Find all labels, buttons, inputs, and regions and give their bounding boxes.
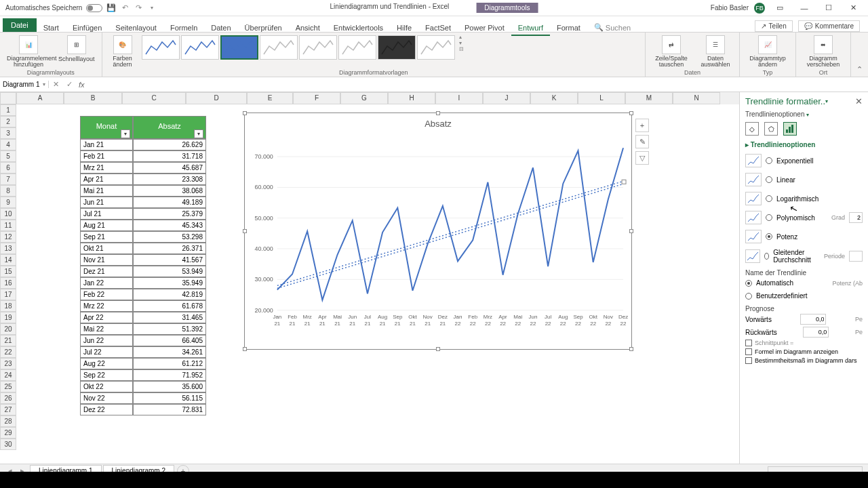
fill-line-icon[interactable]: ◇ xyxy=(745,122,759,136)
row-header-3[interactable]: 3 xyxy=(0,127,16,139)
row-header-1[interactable]: 1 xyxy=(0,104,16,116)
quick-layout-button[interactable]: ⊞ Schnelllayout xyxy=(56,34,98,64)
table-row[interactable]: Dez 2272.831 xyxy=(80,404,206,415)
spreadsheet-grid[interactable]: ABCDEFGHIJKLMN 1234567891011121314151617… xyxy=(0,92,739,464)
formula-input[interactable] xyxy=(87,77,868,92)
trend-radio-2[interactable] xyxy=(766,195,772,202)
row-header-20[interactable]: 20 xyxy=(0,323,16,335)
trend-radio-1[interactable] xyxy=(766,176,772,183)
name-custom-radio[interactable] xyxy=(745,293,752,300)
row-header-16[interactable]: 16 xyxy=(0,277,16,289)
switch-row-col-button[interactable]: ⇄ Zeile/Spalte tauschen xyxy=(650,34,693,69)
minimize-icon[interactable]: — xyxy=(795,1,814,15)
chart-style-6[interactable] xyxy=(338,35,376,60)
table-row[interactable]: Feb 2242.819 xyxy=(80,289,206,300)
row-header-22[interactable]: 22 xyxy=(0,346,16,358)
row-header-18[interactable]: 18 xyxy=(0,300,16,312)
table-row[interactable]: Okt 2235.600 xyxy=(80,381,206,392)
cancel-formula-icon[interactable]: ✕ xyxy=(49,80,62,89)
table-row[interactable]: Mai 2138.068 xyxy=(80,185,206,197)
row-header-12[interactable]: 12 xyxy=(0,231,16,243)
row-header-19[interactable]: 19 xyxy=(0,312,16,323)
trend-extra-input[interactable] xyxy=(849,212,863,223)
enter-formula-icon[interactable]: ✓ xyxy=(62,80,76,89)
trend-extra-input[interactable] xyxy=(849,251,863,262)
undo-icon[interactable]: ↶ xyxy=(120,3,130,13)
table-row[interactable]: Dez 2153.949 xyxy=(80,266,206,277)
table-header-sales[interactable]: Absatz xyxy=(133,116,206,139)
effects-icon[interactable]: ⬠ xyxy=(764,122,778,136)
col-header-I[interactable]: I xyxy=(435,92,483,104)
col-header-K[interactable]: K xyxy=(530,92,578,104)
search-icon[interactable]: 🔍 xyxy=(594,23,604,32)
table-row[interactable]: Apr 2123.308 xyxy=(80,174,206,185)
autosave-toggle[interactable] xyxy=(86,4,102,12)
col-header-H[interactable]: H xyxy=(388,92,435,104)
move-chart-button[interactable]: ⬌ Diagramm verschieben xyxy=(800,34,846,69)
change-chart-type-button[interactable]: 📈 Diagrammtyp ändern xyxy=(744,34,791,69)
table-row[interactable]: Feb 2131.718 xyxy=(80,150,206,162)
table-row[interactable]: Nov 2141.567 xyxy=(80,254,206,266)
share-button[interactable]: ↗ Teilen xyxy=(755,20,793,32)
table-row[interactable]: Sep 2153.298 xyxy=(80,231,206,243)
collapse-ribbon-icon[interactable]: ⌃ xyxy=(851,62,868,77)
table-row[interactable]: Nov 2256.115 xyxy=(80,392,206,404)
maximize-icon[interactable]: ☐ xyxy=(819,1,838,15)
row-header-7[interactable]: 7 xyxy=(0,174,16,185)
row-header-11[interactable]: 11 xyxy=(0,220,16,231)
row-header-5[interactable]: 5 xyxy=(0,150,16,162)
table-row[interactable]: Okt 2126.371 xyxy=(80,243,206,254)
row-header-26[interactable]: 26 xyxy=(0,392,16,404)
redo-icon[interactable]: ↷ xyxy=(134,3,143,13)
col-header-D[interactable]: D xyxy=(186,92,247,104)
comments-button[interactable]: 💬 Kommentare xyxy=(798,20,860,32)
pane-subtitle[interactable]: Trendlinienoptionen xyxy=(745,110,804,118)
select-data-button[interactable]: ☰ Daten auswählen xyxy=(696,34,735,69)
table-row[interactable]: Jun 2266.405 xyxy=(80,335,206,346)
row-header-10[interactable]: 10 xyxy=(0,208,16,220)
show-r2-checkbox[interactable] xyxy=(745,357,752,364)
chart-style-5[interactable] xyxy=(299,35,337,60)
col-header-A[interactable]: A xyxy=(16,92,64,104)
row-header-29[interactable]: 29 xyxy=(0,427,16,439)
row-header-2[interactable]: 2 xyxy=(0,116,16,127)
row-header-14[interactable]: 14 xyxy=(0,254,16,266)
table-row[interactable]: Mrz 2145.687 xyxy=(80,162,206,174)
backward-input[interactable] xyxy=(803,327,829,338)
chart-title[interactable]: Absatz xyxy=(245,113,631,134)
row-header-15[interactable]: 15 xyxy=(0,266,16,277)
trend-radio-3[interactable] xyxy=(766,214,772,221)
table-row[interactable]: Mrz 2261.678 xyxy=(80,300,206,312)
user-avatar[interactable]: FB xyxy=(754,3,765,14)
fx-icon[interactable]: fx xyxy=(76,81,87,89)
chart-elements-button[interactable]: + xyxy=(635,119,649,132)
chart-style-4[interactable] xyxy=(260,35,298,60)
row-header-4[interactable]: 4 xyxy=(0,139,16,150)
style-more[interactable]: ⊟ xyxy=(459,46,464,52)
col-header-L[interactable]: L xyxy=(578,92,625,104)
row-header-27[interactable]: 27 xyxy=(0,404,16,415)
col-header-J[interactable]: J xyxy=(483,92,530,104)
search-placeholder[interactable]: Suchen xyxy=(606,24,631,32)
name-box[interactable]: Diagramm 1▾ xyxy=(0,81,49,88)
col-header-C[interactable]: C xyxy=(122,92,186,104)
col-header-M[interactable]: M xyxy=(625,92,673,104)
table-row[interactable]: Jul 2125.379 xyxy=(80,208,206,220)
ribbon-display-icon[interactable]: ▭ xyxy=(770,1,789,15)
trend-radio-5[interactable] xyxy=(764,253,769,260)
row-header-17[interactable]: 17 xyxy=(0,289,16,300)
trend-radio-4[interactable] xyxy=(766,233,772,240)
table-row[interactable]: Aug 2145.343 xyxy=(80,220,206,231)
col-header-E[interactable]: E xyxy=(247,92,293,104)
select-all-corner[interactable] xyxy=(0,92,16,104)
chart-style-7[interactable] xyxy=(378,35,416,60)
row-header-9[interactable]: 9 xyxy=(0,197,16,208)
table-row[interactable]: Jun 2149.189 xyxy=(80,197,206,208)
style-scroll-down[interactable]: ▾ xyxy=(459,40,464,46)
table-row[interactable]: Jan 2235.949 xyxy=(80,277,206,289)
chart-filters-button[interactable]: ▽ xyxy=(635,151,649,165)
table-row[interactable]: Mai 2251.392 xyxy=(80,323,206,335)
chart-style-2[interactable] xyxy=(181,35,219,60)
col-header-N[interactable]: N xyxy=(673,92,720,104)
row-header-8[interactable]: 8 xyxy=(0,185,16,197)
